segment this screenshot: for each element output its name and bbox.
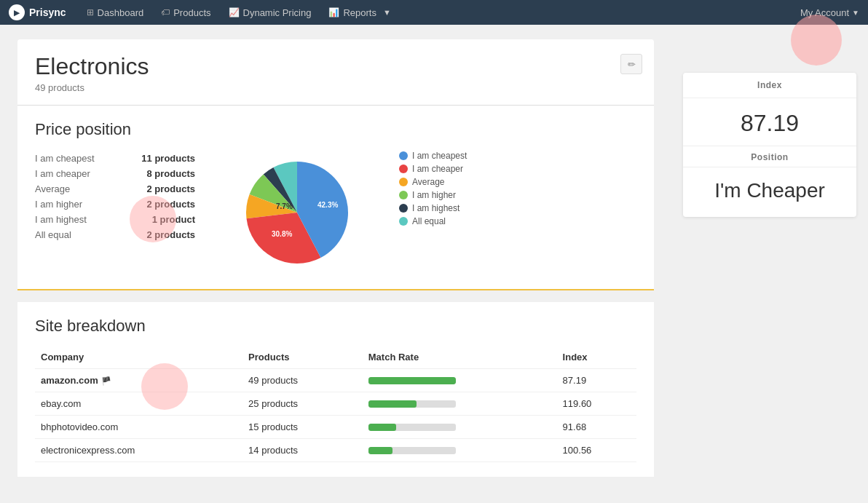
company-name: bhphotovideo.com	[41, 421, 118, 432]
legend-item: All equal	[399, 216, 636, 226]
nav-dynamic-pricing[interactable]: 📈 Dynamic Pricing	[220, 0, 320, 25]
pie-label-1: 42.3%	[317, 201, 338, 209]
products-icon: 🏷	[161, 7, 170, 17]
price-row-label: All equal	[35, 229, 71, 240]
legend-label: I am cheapest	[412, 151, 467, 161]
price-row-label: I am cheaper	[35, 168, 90, 179]
brand-logo[interactable]: ▶ Prisync	[9, 4, 66, 20]
legend-dot	[399, 191, 408, 199]
legend-label: I am higher	[412, 190, 456, 200]
main-content: Electronics 49 products ✏ Price position…	[0, 25, 671, 503]
price-table-row: I am higher2 products	[35, 197, 195, 212]
legend-label: All equal	[412, 216, 446, 226]
match-rate-cell	[363, 392, 557, 416]
breakdown-table-body: amazon.com🏴49 products87.19ebay.com25 pr…	[35, 369, 636, 462]
index-cell: 119.60	[557, 392, 636, 416]
price-row-label: I am highest	[35, 214, 87, 225]
navbar: ▶ Prisync ⊞ Dashboard 🏷 Products 📈 Dynam…	[0, 0, 868, 25]
legend-area: I am cheapestI am cheaperAverageI am hig…	[399, 151, 636, 229]
nav-reports[interactable]: 📊 Reports ▼	[320, 0, 399, 25]
match-bar-bg	[368, 447, 456, 454]
price-table-row: I am cheaper8 products	[35, 166, 195, 181]
side-panel: Index 87.19 Position I'm Cheaper	[671, 25, 868, 503]
price-row-label: Average	[35, 183, 70, 194]
match-bar-fill	[368, 377, 456, 384]
index-value: 87.19	[683, 98, 856, 146]
company-cell: amazon.com🏴	[35, 369, 242, 392]
reports-toggle[interactable]: ▼	[383, 8, 391, 17]
index-cell: 87.19	[557, 369, 636, 392]
breakdown-col-header: Match Rate	[363, 347, 557, 369]
price-row-value: 2 products	[147, 183, 195, 194]
legend-item: I am cheaper	[399, 164, 636, 174]
pie-label-2: 30.8%	[272, 230, 292, 238]
legend-item: Average	[399, 177, 636, 187]
table-row: ebay.com25 products119.60	[35, 392, 636, 416]
match-bar-bg	[368, 400, 456, 408]
price-table-row: I am cheapest11 products	[35, 151, 195, 166]
match-bar-bg	[368, 377, 456, 384]
edit-icon: ✏	[628, 59, 636, 70]
match-bar-fill	[368, 424, 396, 431]
price-row-value: 1 product	[152, 214, 195, 225]
page-header: Electronics 49 products ✏	[17, 39, 654, 105]
price-row-value: 2 products	[147, 199, 195, 210]
price-row-label: I am higher	[35, 199, 82, 210]
products-cell: 25 products	[242, 392, 363, 416]
match-bar-fill	[368, 400, 417, 408]
price-row-value: 2 products	[147, 229, 195, 240]
edit-button[interactable]: ✏	[620, 54, 642, 74]
breakdown-section: Site breakdown CompanyProductsMatch Rate…	[17, 302, 654, 477]
products-cell: 49 products	[242, 369, 363, 392]
page-title: Electronics	[35, 54, 636, 79]
legend-label: Average	[412, 177, 444, 187]
price-row-value: 8 products	[147, 168, 195, 179]
company-name: ebay.com	[41, 398, 81, 409]
match-rate-cell	[363, 416, 557, 439]
position-label: Position	[683, 146, 856, 167]
price-table-row: I am highest1 product	[35, 212, 195, 227]
breakdown-col-header: Products	[242, 347, 363, 369]
products-cell: 14 products	[242, 439, 363, 462]
legend-label: I am highest	[412, 203, 459, 213]
top-circle-decoration	[791, 15, 842, 66]
match-rate-cell	[363, 369, 557, 392]
breakdown-title: Site breakdown	[35, 317, 636, 336]
pie-chart: 42.3% 30.8% 7.7%	[235, 151, 359, 274]
dynamic-pricing-icon: 📈	[229, 7, 240, 17]
match-bar-fill	[368, 447, 393, 454]
legend-dot	[399, 217, 408, 226]
nav-reports-label: Reports	[343, 7, 376, 18]
legend-dot	[399, 204, 408, 213]
table-row: amazon.com🏴49 products87.19	[35, 369, 636, 392]
nav-products[interactable]: 🏷 Products	[152, 0, 219, 25]
nav-dynamic-pricing-label: Dynamic Pricing	[243, 7, 312, 18]
index-cell: 100.56	[557, 439, 636, 462]
flag-icon: 🏴	[101, 376, 111, 385]
match-rate-cell	[363, 439, 557, 462]
nav-dashboard[interactable]: ⊞ Dashboard	[78, 0, 153, 25]
logo-icon: ▶	[9, 4, 25, 20]
company-cell: electronicexpress.com	[35, 439, 242, 462]
dashboard-icon: ⊞	[87, 7, 94, 17]
yellow-divider	[17, 289, 654, 290]
price-position-grid: I am cheapest11 productsI am cheaper8 pr…	[35, 151, 636, 274]
price-row-label: I am cheapest	[35, 153, 95, 164]
price-table-row: Average2 products	[35, 181, 195, 197]
price-table-row: All equal2 products	[35, 227, 195, 242]
account-chevron-icon: ▼	[852, 9, 859, 17]
company-name: amazon.com	[41, 375, 98, 386]
price-position-title: Price position	[35, 120, 636, 139]
nav-products-label: Products	[173, 7, 210, 18]
legend-item: I am higher	[399, 190, 636, 200]
index-card: Index 87.19 Position I'm Cheaper	[683, 73, 856, 217]
legend-label: I am cheaper	[412, 164, 463, 174]
breakdown-table-head: CompanyProductsMatch RateIndex	[35, 347, 636, 369]
price-row-value: 11 products	[141, 153, 195, 164]
legend-dot	[399, 165, 408, 173]
match-bar-bg	[368, 424, 456, 431]
company-cell: ebay.com	[35, 392, 242, 416]
table-row: electronicexpress.com14 products100.56	[35, 439, 636, 462]
page-layout: Electronics 49 products ✏ Price position…	[0, 25, 868, 503]
nav-dashboard-label: Dashboard	[98, 7, 144, 18]
